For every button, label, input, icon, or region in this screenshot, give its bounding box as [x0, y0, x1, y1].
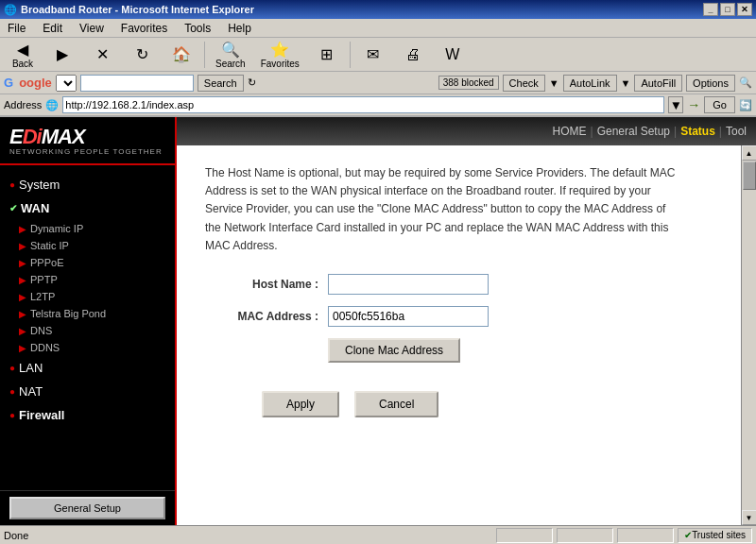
- menu-tools[interactable]: Tools: [180, 20, 215, 37]
- static-ip-arrow: ▶: [19, 241, 26, 251]
- media-button[interactable]: ⊞: [308, 42, 346, 66]
- separator2: ▼: [621, 77, 631, 89]
- sidebar-item-system[interactable]: ● System: [0, 173, 175, 196]
- mac-address-label: MAC Address :: [205, 310, 318, 323]
- autolink-button[interactable]: AutoLink: [563, 75, 617, 92]
- sidebar-item-nat[interactable]: ● NAT: [0, 380, 175, 403]
- title-bar-buttons[interactable]: _ □ ✕: [703, 3, 752, 16]
- telstra-label: Telstra Big Pond: [30, 308, 106, 319]
- google-search-input[interactable]: [80, 75, 194, 92]
- favorites-label: Favorites: [261, 59, 300, 69]
- header-status-link[interactable]: Status: [680, 125, 715, 138]
- autofill-button[interactable]: AutoFill: [634, 75, 682, 92]
- sidebar-item-ddns[interactable]: ▶ DDNS: [0, 339, 175, 356]
- search-button[interactable]: 🔍 Search: [209, 38, 252, 72]
- sidebar-item-wan[interactable]: ✔ WAN: [0, 196, 175, 220]
- wan-label: WAN: [21, 201, 49, 215]
- pppoe-label: PPPoE: [30, 257, 63, 268]
- sidebar-item-dynamic-ip[interactable]: ▶ Dynamic IP: [0, 220, 175, 237]
- sidebar-item-dns[interactable]: ▶ DNS: [0, 322, 175, 339]
- close-button[interactable]: ✕: [737, 3, 752, 16]
- title-bar-left: 🌐 Broadband Router - Microsoft Internet …: [4, 4, 254, 16]
- back-icon: ◀: [17, 41, 28, 59]
- scroll-up-button[interactable]: ▲: [742, 145, 757, 161]
- sidebar-bottom: General Setup: [0, 490, 175, 525]
- check-button[interactable]: Check: [503, 75, 545, 92]
- minimize-button[interactable]: _: [703, 3, 718, 16]
- scroll-down-button[interactable]: ▼: [742, 510, 757, 525]
- menu-bar: File Edit View Favorites Tools Help: [0, 19, 756, 38]
- forward-button[interactable]: ▶: [43, 42, 81, 66]
- firewall-label: Firewall: [19, 408, 64, 422]
- google-wordmark: oogle: [19, 76, 52, 90]
- google-search-button[interactable]: Search: [198, 75, 244, 92]
- mac-address-input[interactable]: [328, 306, 489, 327]
- stop-button[interactable]: ✕: [83, 42, 121, 66]
- system-bullet: ●: [9, 179, 15, 190]
- header-home-link[interactable]: HOME: [553, 125, 587, 138]
- dns-arrow: ▶: [19, 326, 26, 336]
- toolbar-separator-2: [350, 42, 351, 68]
- home-button[interactable]: 🏠: [163, 42, 200, 66]
- favorites-button[interactable]: ⭐ Favorites: [254, 38, 306, 72]
- dynamic-ip-arrow: ▶: [19, 224, 26, 234]
- menu-help[interactable]: Help: [224, 20, 255, 37]
- description-text: The Host Name is optional, but may be re…: [205, 164, 696, 255]
- maximize-button[interactable]: □: [720, 3, 735, 16]
- sidebar-item-pptp[interactable]: ▶ PPTP: [0, 271, 175, 288]
- sidebar-item-pppoe[interactable]: ▶ PPPoE: [0, 254, 175, 271]
- header-sep-3: |: [719, 125, 722, 138]
- google-dropdown[interactable]: [56, 75, 77, 92]
- menu-file[interactable]: File: [4, 20, 29, 37]
- status-section-2: [557, 528, 613, 543]
- nat-bullet: ●: [9, 386, 15, 397]
- scrollbar: ▲ ▼: [741, 145, 756, 525]
- host-name-label: Host Name :: [205, 278, 318, 291]
- header-sep-1: |: [591, 125, 593, 138]
- mac-address-row: MAC Address :: [205, 306, 728, 327]
- general-setup-button[interactable]: General Setup: [9, 497, 165, 519]
- logo-e: E: [9, 125, 23, 148]
- search-label: Search: [215, 59, 246, 69]
- menu-view[interactable]: View: [76, 20, 108, 37]
- mail-button[interactable]: ✉: [354, 42, 392, 66]
- sidebar-item-firewall[interactable]: ● Firewall: [0, 403, 175, 427]
- sidebar-logo: EDiMAX NETWORKING PEOPLE TOGETHER: [0, 117, 175, 165]
- print-button[interactable]: 🖨: [394, 43, 432, 66]
- clone-btn-row: Clone Mac Address: [205, 338, 728, 363]
- trusted-label: Trusted sites: [692, 530, 746, 540]
- cancel-button[interactable]: Cancel: [354, 391, 438, 417]
- system-label: System: [19, 178, 60, 192]
- scroll-thumb[interactable]: [743, 162, 756, 190]
- sidebar-item-lan[interactable]: ● LAN: [0, 356, 175, 380]
- status-done: Done: [4, 530, 492, 541]
- header-tool-link[interactable]: Tool: [726, 125, 747, 138]
- menu-favorites[interactable]: Favorites: [117, 20, 171, 37]
- form-section: Host Name : MAC Address : Clone Mac Addr…: [205, 274, 728, 363]
- address-dropdown[interactable]: ▼: [668, 96, 683, 113]
- logo-max: MAX: [42, 125, 85, 148]
- google-refresh-icon[interactable]: ↻: [248, 76, 256, 89]
- edit-button[interactable]: W: [434, 43, 472, 66]
- search-icon2: 🔍: [739, 76, 752, 89]
- header-general-setup-link[interactable]: General Setup: [597, 125, 670, 138]
- options-button[interactable]: Options: [686, 75, 735, 92]
- sidebar-item-l2tp[interactable]: ▶ L2TP: [0, 288, 175, 305]
- back-button[interactable]: ◀ Back: [4, 38, 42, 72]
- toolbar: ◀ Back ▶ ✕ ↻ 🏠 🔍 Search ⭐ Favorites ⊞ ✉ …: [0, 38, 756, 72]
- sidebar-item-static-ip[interactable]: ▶ Static IP: [0, 237, 175, 254]
- apply-button[interactable]: Apply: [262, 391, 339, 417]
- nat-label: NAT: [19, 384, 43, 399]
- address-label: Address: [4, 99, 42, 110]
- clone-mac-button[interactable]: Clone Mac Address: [328, 338, 460, 363]
- address-icon: 🌐: [45, 99, 59, 111]
- host-name-input[interactable]: [328, 274, 489, 295]
- status-bar: Done ✔ Trusted sites: [0, 525, 756, 544]
- pptp-arrow: ▶: [19, 275, 26, 285]
- go-button[interactable]: Go: [704, 96, 735, 113]
- refresh-button[interactable]: ↻: [123, 42, 161, 66]
- sidebar-item-telstra[interactable]: ▶ Telstra Big Pond: [0, 305, 175, 322]
- address-input[interactable]: [62, 96, 664, 113]
- telstra-arrow: ▶: [19, 309, 26, 319]
- menu-edit[interactable]: Edit: [39, 20, 66, 37]
